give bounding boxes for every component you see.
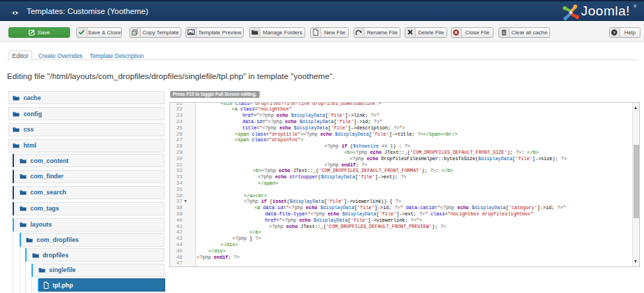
svg-text:?: ?: [613, 29, 616, 34]
